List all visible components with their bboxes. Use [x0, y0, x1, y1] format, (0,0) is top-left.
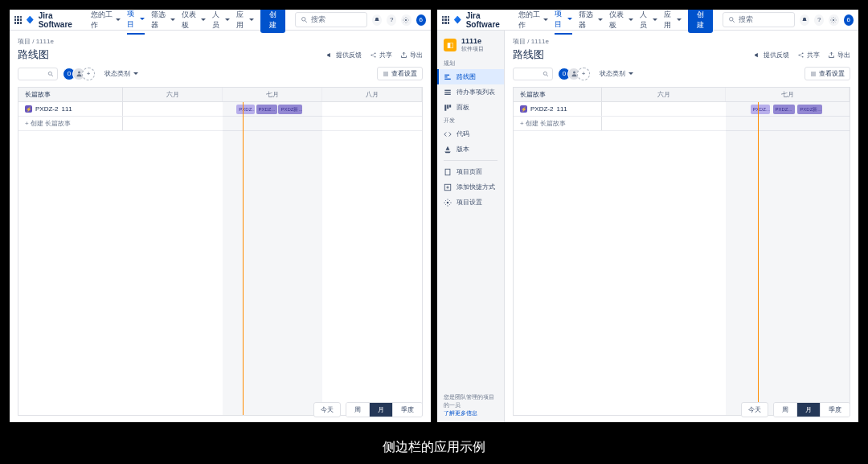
svg-point-11	[833, 19, 834, 21]
add-people-icon[interactable]: +	[577, 68, 590, 80]
notifications-icon[interactable]	[372, 14, 382, 26]
epic-icon: ⚡	[25, 105, 32, 113]
sidebar-item-pages[interactable]: 项目页面	[437, 164, 504, 179]
zoom-month[interactable]: 月	[796, 403, 820, 417]
breadcrumb[interactable]: 项目 / 1111e	[18, 37, 423, 46]
svg-point-6	[48, 72, 51, 75]
profile-avatar[interactable]: 6	[416, 14, 426, 26]
share-icon	[370, 51, 377, 59]
view-settings-button[interactable]: 查看设置	[377, 67, 423, 80]
feedback-action[interactable]: 提供反馈	[326, 51, 362, 60]
add-shortcut-icon	[444, 183, 452, 191]
svg-line-10	[732, 21, 734, 23]
month-label: 八月	[322, 88, 422, 101]
sidebar-item-releases[interactable]: 版本	[437, 142, 504, 157]
app-switcher-icon[interactable]	[14, 16, 22, 24]
epic-key: PXDZ-2	[35, 105, 58, 113]
feedback-action[interactable]: 提供反馈	[754, 51, 789, 60]
jira-logo-icon	[27, 16, 34, 24]
share-action[interactable]: 共享	[797, 51, 820, 60]
sidebar-group-planning: 规划	[437, 58, 504, 69]
profile-avatar[interactable]: 6	[844, 14, 854, 26]
add-people-icon[interactable]: +	[82, 68, 95, 80]
search-placeholder: 搜索	[739, 14, 753, 25]
status-category-filter[interactable]: 状态类别	[595, 67, 638, 80]
sidebar-project-header[interactable]: ◧ 1111e 软件项目	[437, 31, 504, 58]
jira-window-collapsed: Jira Software 您的工作 项目 筛选器 仪表板 人员 应用 创建 搜…	[10, 10, 431, 422]
svg-point-4	[375, 52, 376, 54]
figure-caption: 侧边栏的应用示例	[0, 439, 868, 456]
roadmap-search[interactable]	[513, 68, 553, 80]
svg-line-28	[547, 75, 548, 76]
assignee-filter[interactable]: 0 +	[63, 68, 95, 80]
project-type: 软件项目	[461, 45, 484, 53]
create-button[interactable]: 创建	[688, 10, 713, 33]
svg-point-8	[78, 72, 80, 74]
sidebar-item-roadmap[interactable]: 路线图	[437, 69, 504, 84]
svg-rect-15	[444, 89, 451, 90]
main-content: 项目 / 1111e 路线图 提供反馈 共享	[505, 31, 858, 422]
svg-point-5	[375, 56, 376, 58]
svg-point-23	[447, 201, 449, 203]
view-settings-button[interactable]: 查看设置	[805, 67, 850, 80]
learn-more-link[interactable]: 了解更多信息	[444, 409, 497, 417]
topbar: Jira Software 您的工作 项目 筛选器 仪表板 人员 应用 创建 搜…	[437, 10, 858, 31]
sidebar-item-board[interactable]: 面板	[437, 100, 504, 115]
board-icon	[444, 104, 452, 112]
search-icon	[301, 16, 308, 23]
app-switcher-icon[interactable]	[442, 16, 449, 24]
jira-window-expanded: Jira Software 您的工作 项目 筛选器 仪表板 人员 应用 创建 搜…	[437, 10, 858, 422]
sidebar-item-code[interactable]: 代码	[437, 126, 504, 142]
roadmap-grid: 长篇故事 六月 七月 八月 ⚡ PXDZ-2	[18, 87, 423, 416]
roadmap-search[interactable]	[18, 68, 58, 80]
svg-line-1	[305, 21, 306, 23]
create-button[interactable]: 创建	[260, 10, 285, 33]
column-header-epic: 长篇故事	[514, 88, 602, 101]
zoom-quarter[interactable]: 季度	[820, 403, 850, 417]
sidebar-item-add-shortcut[interactable]: 添加快捷方式	[437, 179, 504, 195]
breadcrumb[interactable]: 项目 / 1111e	[513, 37, 850, 46]
global-search[interactable]: 搜索	[295, 12, 367, 27]
today-button[interactable]: 今天	[741, 402, 768, 417]
search-icon	[542, 71, 549, 77]
svg-rect-12	[444, 74, 449, 75]
settings-icon[interactable]	[829, 14, 838, 26]
today-button[interactable]: 今天	[313, 402, 341, 417]
epic-key: PXDZ-2	[530, 105, 553, 113]
zoom-week[interactable]: 周	[346, 403, 369, 417]
help-icon[interactable]: ?	[387, 14, 396, 26]
brand-name: Jira Software	[466, 11, 510, 29]
svg-point-29	[573, 72, 575, 74]
help-icon[interactable]: ?	[814, 14, 824, 26]
ship-icon	[444, 146, 452, 154]
global-search[interactable]: 搜索	[723, 12, 795, 27]
epic-title: 111	[556, 105, 567, 113]
share-action[interactable]: 共享	[370, 51, 392, 60]
status-category-filter[interactable]: 状态类别	[100, 67, 143, 80]
page-title: 路线图	[18, 47, 49, 62]
sidebar-item-backlog[interactable]: 待办事项列表	[437, 84, 504, 100]
zoom-week[interactable]: 周	[774, 403, 796, 417]
svg-rect-18	[444, 105, 446, 111]
zoom-quarter[interactable]: 季度	[392, 403, 422, 417]
roadmap-grid: 长篇故事 六月 七月 ⚡ PXDZ-2 111	[513, 87, 850, 416]
settings-icon[interactable]	[401, 14, 411, 26]
column-header-epic: 长篇故事	[18, 88, 123, 101]
assignee-filter[interactable]: 0 +	[558, 68, 590, 80]
roadmap-icon	[444, 73, 452, 81]
sidebar-group-dev: 开发	[437, 115, 504, 126]
sidebar-item-settings[interactable]: 项目设置	[437, 195, 504, 210]
sliders-icon	[383, 71, 389, 77]
gear-icon	[444, 199, 452, 207]
month-label: 七月	[223, 88, 322, 101]
project-name: 1111e	[461, 37, 484, 45]
export-action[interactable]: 导出	[400, 51, 423, 60]
svg-point-0	[301, 18, 305, 22]
month-label: 七月	[726, 88, 850, 101]
export-action[interactable]: 导出	[828, 51, 850, 60]
megaphone-icon	[754, 51, 761, 59]
svg-point-27	[543, 72, 547, 75]
notifications-icon[interactable]	[800, 14, 809, 26]
svg-line-7	[51, 75, 53, 76]
zoom-month[interactable]: 月	[369, 403, 392, 417]
